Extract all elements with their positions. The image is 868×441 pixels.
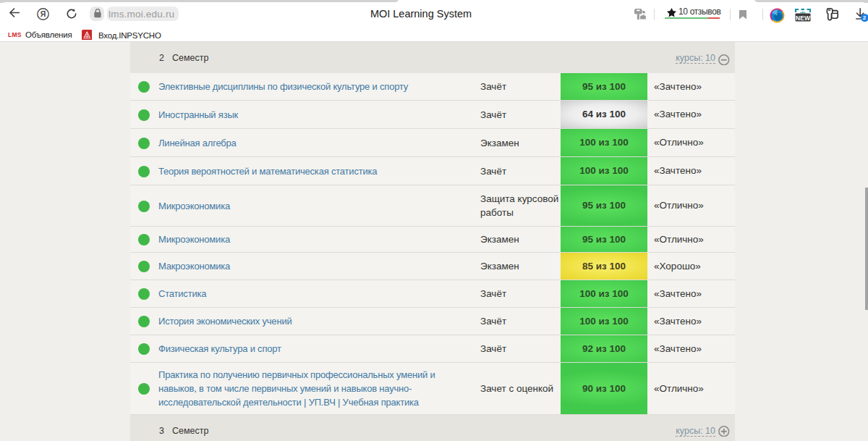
svg-text:NEW: NEW (796, 14, 811, 22)
